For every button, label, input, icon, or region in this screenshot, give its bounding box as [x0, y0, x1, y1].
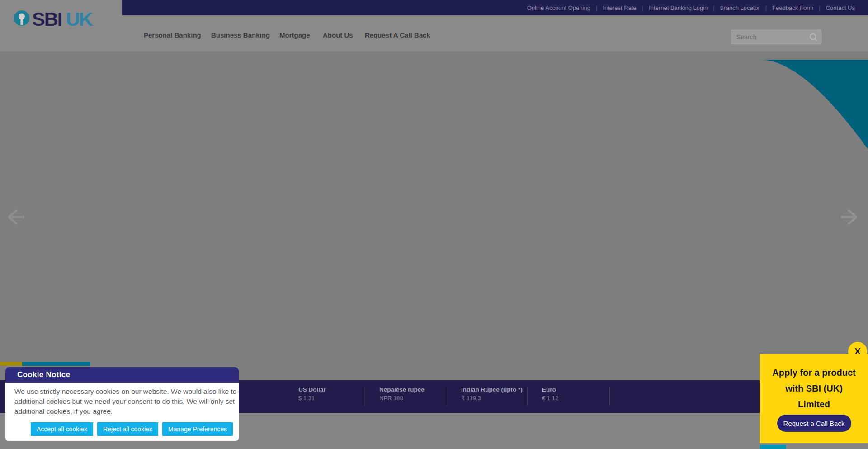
cookie-buttons-row: Accept all cookies Reject all cookies Ma… [31, 422, 233, 436]
topbar-link-online-account-opening[interactable]: Online Account Opening [522, 5, 596, 11]
cookie-notice-title: Cookie Notice [17, 370, 70, 379]
cookie-notice-message: We use strictly necessary cookies on our… [5, 383, 239, 416]
nav-mortgage[interactable]: Mortgage [279, 31, 310, 39]
search-icon[interactable] [809, 33, 818, 43]
currency-item-us-dollar: US Dollar $ 1.31 [298, 386, 326, 402]
promo-text-line: Apply for a product [760, 365, 868, 381]
topbar-link-feedback-form[interactable]: Feedback Form [767, 5, 819, 11]
topbar-link-internet-banking-login[interactable]: Internet Banking Login [643, 5, 713, 11]
promo-text-line: Limited [760, 397, 868, 412]
currency-label: US Dollar [298, 386, 326, 393]
topbar-link-branch-locator[interactable]: Branch Locator [715, 5, 765, 11]
manage-preferences-button[interactable]: Manage Preferences [162, 422, 233, 436]
currency-label: Euro [542, 386, 558, 393]
sbi-uk-homepage: Online Account Opening Interest Rate Int… [0, 0, 868, 449]
request-a-call-back-button[interactable]: Request a Call Back [777, 415, 851, 432]
currency-value: $ 1.31 [298, 395, 326, 402]
hero-carousel-placeholder [0, 51, 868, 380]
cookie-message-line: additional cookies, if you agree. [14, 406, 232, 416]
nav-about-us[interactable]: About Us [323, 31, 353, 39]
logo-text-sbi: SBI [32, 10, 62, 28]
promo-close-button[interactable]: X [848, 342, 867, 361]
chat-widget-peek [760, 445, 786, 449]
currency-item-indian-rupee: Indian Rupee (upto *) ₹ 119.3 [461, 386, 523, 402]
sbi-uk-logo[interactable]: SBI UK [14, 10, 92, 28]
currency-label: Indian Rupee (upto *) [461, 386, 523, 393]
topbar-link-interest-rate[interactable]: Interest Rate [597, 5, 642, 11]
currency-divider [365, 387, 365, 406]
accept-all-cookies-button[interactable]: Accept all cookies [31, 422, 93, 436]
teal-crescent-decoration [755, 51, 868, 157]
carousel-next-arrow-icon[interactable] [840, 207, 860, 227]
search-box [731, 30, 821, 44]
currency-value: € 1.12 [542, 395, 558, 402]
topbar-link-contact-us[interactable]: Contact Us [821, 5, 860, 11]
currency-label: Nepalese rupee [379, 386, 425, 393]
currency-divider [609, 387, 610, 406]
currency-divider [527, 387, 528, 406]
cookie-notice-header: Cookie Notice [5, 367, 239, 383]
nav-business-banking[interactable]: Business Banking [211, 31, 270, 39]
cookie-message-line: We use strictly necessary cookies on our… [14, 387, 232, 397]
nav-personal-banking[interactable]: Personal Banking [144, 31, 201, 39]
logo-text-uk: UK [66, 10, 92, 28]
sbi-keyhole-icon [14, 10, 30, 28]
currency-item-nepalese-rupee: Nepalese rupee NPR 188 [379, 386, 425, 402]
search-input[interactable] [731, 30, 821, 44]
currency-divider [447, 387, 447, 406]
carousel-indicator-yellow [0, 362, 22, 366]
carousel-indicator-teal [22, 362, 90, 366]
carousel-prev-arrow-icon[interactable] [5, 207, 25, 227]
promo-popup: Apply for a product with SBI (UK) Limite… [760, 354, 868, 443]
utility-topbar: Online Account Opening Interest Rate Int… [122, 0, 868, 15]
cookie-message-line: additional cookies but we need your cons… [14, 397, 232, 406]
header: Online Account Opening Interest Rate Int… [0, 0, 868, 51]
nav-request-a-call-back[interactable]: Request A Call Back [365, 31, 430, 39]
currency-value: ₹ 119.3 [461, 395, 523, 402]
currency-item-euro: Euro € 1.12 [542, 386, 558, 402]
reject-all-cookies-button[interactable]: Reject all cookies [97, 422, 158, 436]
cookie-notice-modal: Cookie Notice We use strictly necessary … [5, 367, 239, 441]
currency-value: NPR 188 [379, 395, 425, 402]
promo-text-line: with SBI (UK) [760, 381, 868, 397]
